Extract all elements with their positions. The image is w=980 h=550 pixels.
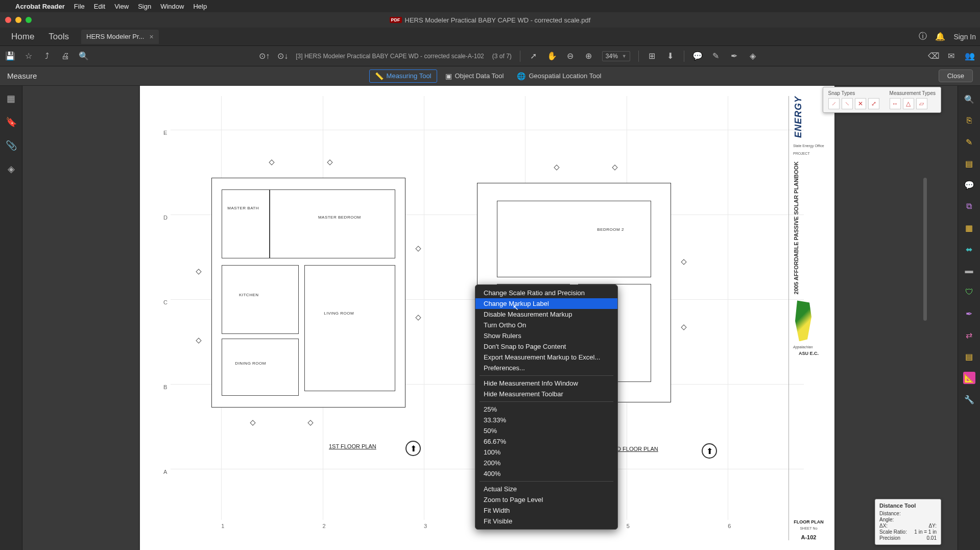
layers-icon[interactable]: ◈: [8, 163, 15, 175]
tab-tools[interactable]: Tools: [41, 28, 76, 45]
ctx-disable-markup[interactable]: Disable Measurement Markup: [475, 309, 617, 320]
hand-tool-icon[interactable]: ✋: [547, 51, 557, 61]
object-data-icon: ▣: [445, 72, 452, 80]
edit-pdf-icon[interactable]: ✎: [963, 136, 975, 148]
menu-help[interactable]: Help: [193, 3, 207, 10]
app-name[interactable]: Acrobat Reader: [15, 3, 65, 10]
ctx-zoom-400[interactable]: 400%: [475, 468, 617, 479]
zoom-out-icon[interactable]: ⊖: [565, 51, 576, 61]
ctx-zoom-50[interactable]: 50%: [475, 425, 617, 436]
combine-icon[interactable]: ⧉: [963, 200, 975, 212]
thumbnails-icon[interactable]: ▦: [7, 93, 15, 104]
window-titlebar: PDF HERS Modeler Practical BABY CAPE WD …: [0, 12, 980, 28]
ctx-show-rulers[interactable]: Show Rulers: [475, 330, 617, 341]
menu-edit[interactable]: Edit: [94, 3, 105, 10]
menu-view[interactable]: View: [114, 3, 129, 10]
email-icon[interactable]: ✉: [946, 51, 957, 61]
compress-icon[interactable]: ⬌: [963, 243, 975, 255]
bookmarks-icon[interactable]: 🔖: [6, 116, 17, 128]
tab-close-icon[interactable]: ×: [149, 33, 153, 41]
snap-intersect-icon[interactable]: ✕: [855, 98, 866, 109]
ctx-hide-info-window[interactable]: Hide Measurement Info Window: [475, 378, 617, 389]
ctx-hide-toolbar[interactable]: Hide Measurement Toolbar: [475, 389, 617, 399]
menu-window[interactable]: Window: [160, 3, 184, 10]
ctx-zoom-25[interactable]: 25%: [475, 404, 617, 415]
sign-in-link[interactable]: Sign In: [953, 33, 976, 41]
comment-icon[interactable]: 💬: [692, 51, 703, 61]
stamp-icon[interactable]: ◈: [748, 51, 758, 61]
convert-icon[interactable]: ⇄: [963, 329, 975, 341]
grid-row-c: C: [163, 299, 168, 305]
measure-area-icon[interactable]: ▱: [916, 98, 927, 109]
attachments-icon[interactable]: 📎: [6, 140, 17, 151]
fill-sign-icon[interactable]: ✒: [963, 307, 975, 320]
page-up-icon[interactable]: ⊙↑: [259, 51, 269, 61]
create-pdf-icon[interactable]: ▤: [963, 157, 975, 170]
share-people-icon[interactable]: 👥: [965, 51, 975, 61]
export-pdf-icon[interactable]: ⎘: [963, 114, 975, 127]
search-tool-icon[interactable]: 🔍: [963, 93, 975, 105]
measure-distance-icon[interactable]: ↔: [890, 98, 901, 109]
select-arrow-icon[interactable]: ➚: [529, 51, 539, 61]
distance-label: Distance:: [879, 511, 901, 516]
ctx-turn-ortho[interactable]: Turn Ortho On: [475, 320, 617, 330]
document-page-label[interactable]: [3] HERS Modeler Practical BABY CAPE WD …: [296, 53, 484, 60]
window-close-button[interactable]: [5, 17, 11, 23]
star-icon[interactable]: ☆: [23, 51, 34, 61]
sheet-no-label: SHEET No: [793, 527, 824, 530]
erase-icon[interactable]: ⌫: [928, 51, 938, 61]
signature-icon[interactable]: ✒: [729, 51, 739, 61]
measuring-tool-button[interactable]: 📏 Measuring Tool: [369, 69, 437, 83]
menu-sign[interactable]: Sign: [138, 3, 151, 10]
ctx-zoom-33[interactable]: 33.33%: [475, 415, 617, 425]
help-icon[interactable]: ⓘ: [919, 31, 927, 42]
snap-types-panel[interactable]: Snap Types ⟋ ⟍ ✕ ⤢ Measurement Types ↔ △…: [823, 87, 941, 113]
redact-icon[interactable]: ▬: [963, 265, 975, 277]
menu-file[interactable]: File: [74, 3, 85, 10]
snap-midpoint-icon[interactable]: ⟍: [842, 98, 853, 109]
ctx-zoom-66[interactable]: 66.67%: [475, 436, 617, 447]
prepare-form-icon[interactable]: ▤: [963, 350, 975, 363]
print-icon[interactable]: 🖨: [60, 52, 70, 61]
ctx-preferences[interactable]: Preferences...: [475, 363, 617, 373]
distance-tool-panel[interactable]: Distance Tool Distance: Angle: ΔX:ΔY: Sc…: [875, 499, 941, 545]
close-measure-button[interactable]: Close: [939, 69, 973, 82]
ctx-change-markup-label[interactable]: Change Markup Label: [475, 298, 617, 309]
document-tab[interactable]: HERS Modeler Pr... ×: [81, 30, 159, 44]
zoom-in-icon[interactable]: ⊕: [584, 51, 594, 61]
ctx-actual-size[interactable]: Actual Size: [475, 484, 617, 494]
organize-icon[interactable]: ▦: [963, 222, 975, 234]
search-icon[interactable]: 🔍: [79, 51, 89, 61]
save-icon[interactable]: 💾: [5, 51, 15, 61]
page-down-icon[interactable]: ⊙↓: [277, 51, 288, 61]
floor-plan-1: MASTER BEDROOM MASTER BATH KITCHEN LIVIN…: [211, 178, 405, 408]
snap-path-icon[interactable]: ⤢: [868, 98, 879, 109]
protect-icon[interactable]: 🛡: [963, 286, 975, 298]
fit-page-icon[interactable]: ⬇: [665, 51, 676, 61]
ctx-fit-width[interactable]: Fit Width: [475, 505, 617, 516]
ctx-export-excel[interactable]: Export Measurement Markup to Excel...: [475, 352, 617, 363]
scrollbar-thumb[interactable]: [923, 178, 927, 321]
ctx-fit-visible[interactable]: Fit Visible: [475, 516, 617, 527]
ctx-change-scale[interactable]: Change Scale Ratio and Precision: [475, 288, 617, 298]
angle-label: Angle:: [879, 517, 894, 522]
window-minimize-button[interactable]: [15, 17, 21, 23]
ctx-zoom-page-level[interactable]: Zoom to Page Level: [475, 494, 617, 505]
more-tools-icon[interactable]: 🔧: [963, 393, 975, 405]
geospatial-tool-button[interactable]: 🌐 Geospatial Location Tool: [512, 69, 606, 83]
ctx-zoom-200[interactable]: 200%: [475, 458, 617, 468]
measure-tool-icon[interactable]: 📐: [963, 372, 975, 384]
highlight-icon[interactable]: ✎: [711, 51, 721, 61]
tab-home[interactable]: Home: [4, 28, 41, 45]
comment-tool-icon[interactable]: 💬: [963, 179, 975, 191]
window-maximize-button[interactable]: [26, 17, 32, 23]
ctx-dont-snap[interactable]: Don't Snap to Page Content: [475, 341, 617, 352]
ctx-zoom-100[interactable]: 100%: [475, 447, 617, 458]
zoom-level-dropdown[interactable]: 34% ▼: [602, 51, 630, 61]
measure-perimeter-icon[interactable]: △: [903, 98, 914, 109]
share-icon[interactable]: ⤴: [42, 52, 52, 61]
object-data-tool-button[interactable]: ▣ Object Data Tool: [440, 69, 509, 83]
fit-width-icon[interactable]: ⊞: [647, 51, 657, 61]
notifications-icon[interactable]: 🔔: [935, 32, 945, 41]
snap-endpoint-icon[interactable]: ⟋: [828, 98, 840, 109]
